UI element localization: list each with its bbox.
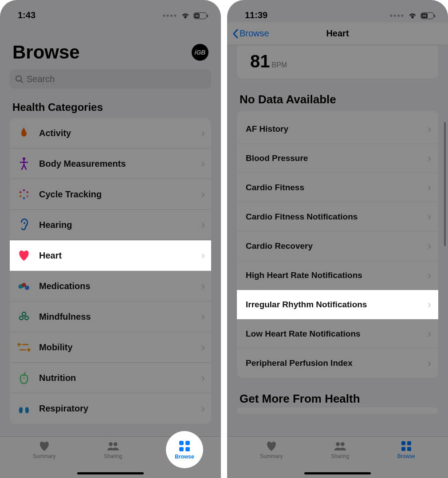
svg-point-2 — [23, 157, 25, 160]
svg-point-14 — [20, 316, 23, 320]
clock: 1:43 — [18, 10, 35, 20]
home-indicator — [77, 472, 144, 474]
row-irregular-rhythm-notifications[interactable]: Irregular Rhythm Notifications› — [237, 290, 438, 319]
row-respiratory[interactable]: Respiratory › — [10, 393, 211, 424]
section-header: Health Categories — [0, 89, 221, 118]
row-label: Mobility — [39, 342, 193, 353]
tab-summary[interactable]: Summary — [33, 440, 55, 478]
row-heart[interactable]: Heart › — [10, 240, 211, 271]
svg-rect-25 — [185, 441, 190, 445]
pill-icon — [17, 279, 31, 293]
row-af-history[interactable]: AF History› — [237, 114, 438, 144]
svg-line-1 — [21, 81, 23, 82]
svg-point-29 — [341, 442, 345, 446]
row-mindfulness[interactable]: Mindfulness › — [10, 302, 211, 332]
grid-icon — [400, 440, 413, 452]
svg-point-5 — [27, 195, 28, 197]
row-body-measurements[interactable]: Body Measurements › — [10, 149, 211, 179]
nutrition-icon — [17, 371, 31, 385]
profile-avatar[interactable]: iGB — [192, 44, 208, 61]
search-input[interactable]: Search — [10, 69, 211, 89]
page-title: Browse iGB — [0, 22, 221, 63]
row-label: Body Measurements — [39, 159, 193, 169]
battery-icon: 49 — [420, 12, 434, 19]
battery-icon: 40 — [193, 12, 207, 19]
row-activity[interactable]: Activity › — [10, 118, 211, 149]
search-icon — [15, 75, 24, 83]
row-cardio-recovery[interactable]: Cardio Recovery› — [237, 231, 438, 261]
body-icon — [17, 157, 31, 171]
people-icon — [334, 440, 347, 452]
row-hearing[interactable]: Hearing › — [10, 210, 211, 240]
svg-rect-24 — [179, 441, 184, 445]
chevron-right-icon: › — [201, 310, 205, 323]
row-high-hr-notifications[interactable]: High Heart Rate Notifications› — [237, 261, 438, 290]
svg-point-17 — [24, 378, 25, 379]
people-icon — [106, 440, 120, 452]
get-more-card[interactable] — [237, 407, 438, 414]
scrollbar[interactable] — [444, 122, 446, 246]
phone-left: 1:43 •••• 40 Browse iGB Search Health Ca… — [0, 0, 221, 478]
phone-right: 11:39 •••• 49 Browse Heart 81BPM No Data… — [227, 0, 448, 478]
svg-rect-31 — [407, 441, 411, 445]
clock: 11:39 — [245, 10, 267, 20]
browse-tab-highlight[interactable]: Browse — [166, 431, 203, 468]
data-list: AF History› Blood Pressure› Cardio Fitne… — [237, 111, 438, 378]
row-nutrition[interactable]: Nutrition › — [10, 363, 211, 393]
mobility-icon — [17, 340, 31, 354]
chevron-right-icon: › — [201, 403, 205, 415]
tab-summary[interactable]: Summary — [260, 440, 283, 478]
row-label: Medications — [39, 281, 193, 291]
svg-point-28 — [336, 442, 340, 446]
flame-icon — [17, 126, 31, 140]
cellular-dots-icon: •••• — [390, 11, 405, 20]
get-more-header: Get More From Health — [227, 384, 448, 407]
row-label: Heart — [39, 251, 193, 261]
svg-point-16 — [23, 378, 24, 379]
row-medications[interactable]: Medications › — [10, 271, 211, 302]
row-low-hr-notifications[interactable]: Low Heart Rate Notifications› — [237, 319, 438, 349]
status-bar: 1:43 •••• 40 — [0, 0, 221, 22]
svg-point-3 — [23, 189, 25, 191]
row-mobility[interactable]: Mobility › — [10, 332, 211, 363]
chevron-right-icon: › — [201, 341, 205, 353]
tab-browse[interactable]: Browse — [397, 440, 415, 478]
grid-icon — [178, 440, 191, 452]
svg-point-7 — [20, 195, 21, 197]
svg-rect-26 — [179, 447, 184, 451]
nav-title: Heart — [326, 28, 349, 39]
svg-point-12 — [25, 286, 29, 290]
chevron-right-icon: › — [428, 328, 431, 340]
tab-bar: Summary Sharing Browse — [227, 436, 448, 478]
chevron-right-icon: › — [428, 357, 431, 369]
row-cycle-tracking[interactable]: Cycle Tracking › — [10, 179, 211, 210]
chevron-left-icon — [232, 29, 239, 39]
svg-point-9 — [24, 222, 25, 224]
svg-point-8 — [20, 191, 21, 193]
svg-point-4 — [27, 191, 28, 193]
row-peripheral-perfusion[interactable]: Peripheral Perfusion Index› — [237, 349, 438, 378]
svg-point-19 — [114, 442, 118, 446]
row-blood-pressure[interactable]: Blood Pressure› — [237, 144, 438, 173]
wifi-icon — [408, 12, 417, 19]
categories-list: Activity › Body Measurements › Cycle Tra… — [10, 118, 211, 424]
row-cardio-fitness[interactable]: Cardio Fitness› — [237, 173, 438, 202]
row-label: Respiratory — [39, 404, 193, 414]
heart-icon — [17, 248, 31, 263]
chevron-right-icon: › — [428, 240, 431, 252]
row-label: Activity — [39, 128, 193, 138]
heart-solid-icon — [38, 440, 51, 452]
svg-rect-33 — [407, 447, 411, 451]
chevron-right-icon: › — [201, 280, 205, 292]
chevron-right-icon: › — [428, 211, 431, 223]
svg-rect-27 — [185, 447, 190, 451]
back-button[interactable]: Browse — [232, 28, 269, 39]
row-label: Cycle Tracking — [39, 189, 193, 200]
chevron-right-icon: › — [428, 152, 431, 165]
chevron-right-icon: › — [201, 372, 205, 384]
svg-point-13 — [22, 312, 26, 316]
svg-point-0 — [16, 76, 21, 81]
row-label: Nutrition — [39, 373, 193, 383]
row-cardio-fitness-notifications[interactable]: Cardio Fitness Notifications› — [237, 202, 438, 231]
no-data-header: No Data Available — [227, 85, 448, 111]
